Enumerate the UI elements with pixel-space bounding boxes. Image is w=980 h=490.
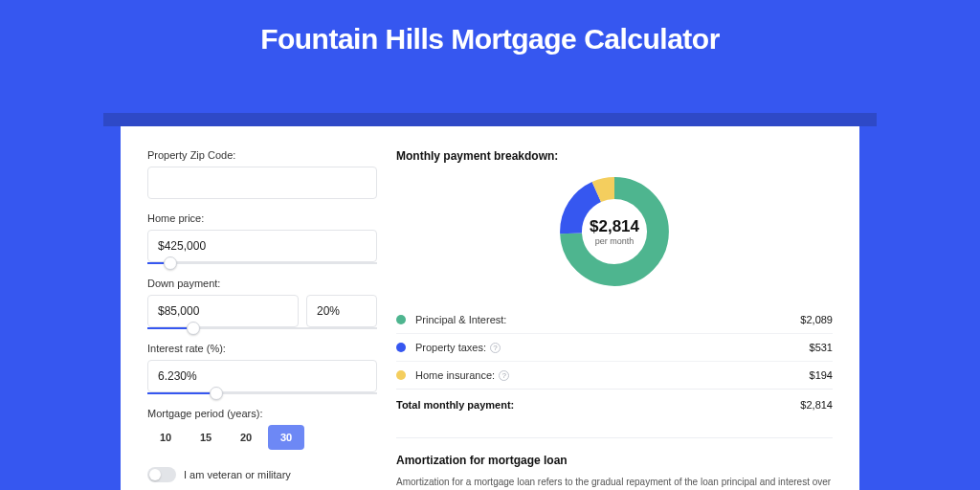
interest-rate-input[interactable] [147, 360, 377, 392]
form-column: Property Zip Code: Home price: Down paym… [147, 149, 377, 490]
home-price-field: Home price: [147, 212, 377, 264]
breakdown-row-principal: Principal & Interest: $2,089 [396, 306, 833, 333]
period-button-20[interactable]: 20 [228, 425, 264, 450]
interest-rate-label: Interest rate (%): [147, 343, 377, 354]
amortization-title: Amortization for mortgage loan [396, 454, 833, 467]
down-payment-field: Down payment: [147, 278, 377, 329]
down-payment-pct-input[interactable] [306, 295, 377, 327]
total-label: Total monthly payment: [396, 399, 800, 411]
veteran-toggle[interactable] [147, 467, 176, 482]
down-payment-slider[interactable] [147, 327, 377, 329]
breakdown-value: $531 [810, 342, 833, 353]
donut-amount: $2,814 [590, 217, 639, 236]
amortization-card: Amortization for mortgage loan Amortizat… [396, 454, 833, 490]
donut-sublabel: per month [595, 236, 635, 246]
slider-thumb-icon[interactable] [210, 387, 223, 400]
main-column: Monthly payment breakdown: $2,814 per mo… [396, 149, 833, 490]
interest-rate-slider[interactable] [147, 392, 377, 394]
header-stripe [103, 113, 877, 126]
zip-field: Property Zip Code: [147, 149, 377, 199]
slider-thumb-icon[interactable] [187, 322, 200, 335]
breakdown-header: Monthly payment breakdown: [396, 149, 833, 163]
zip-input[interactable] [147, 167, 377, 199]
breakdown-label: Principal & Interest: [415, 314, 800, 325]
breakdown-value: $194 [810, 369, 833, 381]
breakdown-label: Home insurance: ? [415, 369, 810, 381]
breakdown-row-taxes: Property taxes: ? $531 [396, 333, 833, 361]
home-price-slider[interactable] [147, 262, 377, 264]
breakdown-label-text: Home insurance: [415, 369, 495, 381]
help-icon[interactable]: ? [490, 343, 501, 353]
slider-thumb-icon[interactable] [164, 256, 177, 270]
page-title: Fountain Hills Mortgage Calculator [0, 0, 980, 73]
legend-dot-icon [396, 370, 406, 380]
legend-dot-icon [396, 343, 406, 352]
total-value: $2,814 [800, 399, 833, 411]
breakdown-list: Principal & Interest: $2,089 Property ta… [396, 306, 833, 418]
breakdown-row-total: Total monthly payment: $2,814 [396, 389, 833, 418]
period-button-30[interactable]: 30 [268, 425, 304, 450]
down-payment-label: Down payment: [147, 278, 377, 289]
period-button-group: 10 15 20 30 [147, 425, 377, 450]
breakdown-card: Monthly payment breakdown: $2,814 per mo… [396, 149, 833, 438]
home-price-input[interactable] [147, 230, 377, 262]
veteran-label: I am veteran or military [184, 469, 291, 480]
amortization-text: Amortization for a mortgage loan refers … [396, 475, 833, 490]
help-icon[interactable]: ? [499, 370, 509, 381]
donut-chart: $2,814 per month [557, 174, 672, 289]
veteran-row: I am veteran or military [147, 467, 377, 482]
interest-rate-field: Interest rate (%): [147, 343, 377, 394]
legend-dot-icon [396, 315, 406, 324]
breakdown-value: $2,089 [800, 314, 833, 325]
period-button-15[interactable]: 15 [188, 425, 224, 450]
breakdown-label: Property taxes: ? [415, 342, 810, 353]
down-payment-input[interactable] [147, 295, 299, 327]
calculator-panel: Property Zip Code: Home price: Down paym… [121, 126, 859, 490]
breakdown-label-text: Property taxes: [415, 342, 486, 353]
breakdown-row-insurance: Home insurance: ? $194 [396, 361, 833, 389]
period-field: Mortgage period (years): 10 15 20 30 [147, 408, 377, 450]
period-button-10[interactable]: 10 [147, 425, 184, 450]
period-label: Mortgage period (years): [147, 408, 377, 419]
home-price-label: Home price: [147, 212, 377, 224]
zip-label: Property Zip Code: [147, 149, 377, 161]
